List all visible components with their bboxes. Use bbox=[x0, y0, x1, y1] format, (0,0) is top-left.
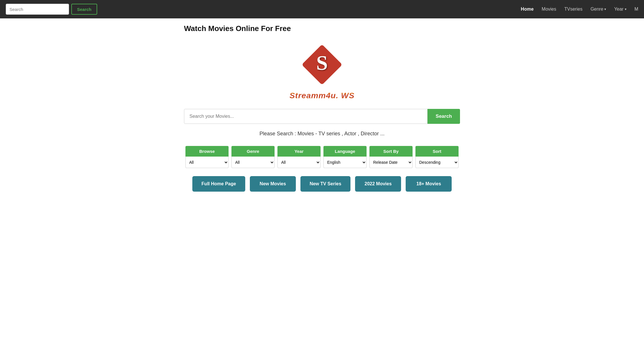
navbar: Search Home Movies TVseries Genre Year M bbox=[0, 0, 644, 18]
filter-row: Browse All Genre All Year All Language E… bbox=[184, 146, 460, 168]
filter-browse-select[interactable]: All bbox=[185, 157, 229, 168]
new-tv-series-button[interactable]: New TV Series bbox=[300, 176, 350, 192]
filter-sort-select[interactable]: Descending bbox=[415, 157, 459, 168]
filter-sort-by-select[interactable]: Release Date bbox=[369, 157, 413, 168]
filter-language-label: Language bbox=[323, 146, 367, 157]
nav-movies-link[interactable]: Movies bbox=[542, 7, 556, 12]
action-buttons: Full Home Page New Movies New TV Series … bbox=[184, 176, 460, 192]
page-title: Watch Movies Online For Free bbox=[184, 24, 460, 33]
filter-sort-label: Sort bbox=[415, 146, 459, 157]
filter-sort-by-label: Sort By bbox=[369, 146, 413, 157]
filter-genre-select[interactable]: All bbox=[231, 157, 275, 168]
filter-year-label: Year bbox=[277, 146, 321, 157]
filter-sort: Sort Descending bbox=[415, 146, 459, 168]
18-plus-movies-button[interactable]: 18+ Movies bbox=[406, 176, 452, 192]
nav-genre-dropdown[interactable]: Genre bbox=[591, 7, 606, 12]
main-search-button[interactable]: Search bbox=[428, 109, 460, 124]
nav-search-box: Search bbox=[6, 4, 97, 15]
filter-year-select[interactable]: All bbox=[277, 157, 321, 168]
filter-browse: Browse All bbox=[185, 146, 229, 168]
search-hint: Please Search : Movies - TV series , Act… bbox=[184, 131, 460, 137]
svg-text:S: S bbox=[316, 51, 328, 74]
filter-language: Language English bbox=[323, 146, 367, 168]
logo-area: S Streamm4u. WS bbox=[184, 42, 460, 100]
main-content: Watch Movies Online For Free S Streamm4u… bbox=[178, 18, 466, 197]
filter-genre-label: Genre bbox=[231, 146, 275, 157]
full-home-button[interactable]: Full Home Page bbox=[192, 176, 245, 192]
filter-browse-label: Browse bbox=[185, 146, 229, 157]
2022-movies-button[interactable]: 2022 Movies bbox=[355, 176, 401, 192]
site-name-label: Streamm4u. WS bbox=[290, 91, 354, 100]
filter-sort-by: Sort By Release Date bbox=[369, 146, 413, 168]
nav-home-link[interactable]: Home bbox=[521, 7, 534, 12]
nav-search-button[interactable]: Search bbox=[71, 4, 97, 15]
nav-year-dropdown[interactable]: Year bbox=[614, 7, 626, 12]
new-movies-button[interactable]: New Movies bbox=[250, 176, 296, 192]
nav-links: Home Movies TVseries Genre Year M bbox=[521, 7, 638, 12]
filter-year: Year All bbox=[277, 146, 321, 168]
nav-search-input[interactable] bbox=[6, 4, 69, 15]
nav-tvseries-link[interactable]: TVseries bbox=[564, 7, 582, 12]
main-search-bar: Search bbox=[184, 109, 460, 124]
filter-language-select[interactable]: English bbox=[323, 157, 367, 168]
filter-genre: Genre All bbox=[231, 146, 275, 168]
main-search-input[interactable] bbox=[184, 109, 428, 124]
site-logo: S bbox=[299, 42, 345, 88]
nav-more-link[interactable]: M bbox=[635, 7, 638, 12]
